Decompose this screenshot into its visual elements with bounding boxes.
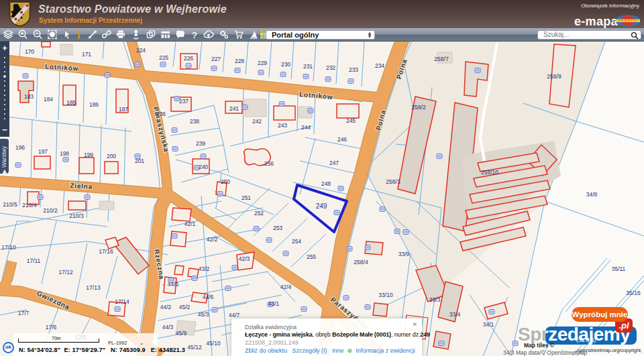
svg-text:258/7: 258/7 [434,56,449,62]
svg-text:227: 227 [211,56,221,62]
svg-text:33/3: 33/3 [429,296,441,303]
svg-text:250: 250 [221,178,230,185]
svg-text:42/3: 42/3 [239,255,250,262]
svg-text:45/3: 45/3 [198,311,209,318]
svg-text:199: 199 [84,152,93,158]
svg-text:247: 247 [329,160,339,166]
svg-text:34/1: 34/1 [483,321,494,328]
svg-text:17/7: 17/7 [18,310,30,316]
svg-text:238: 238 [190,118,199,125]
svg-text:17/16: 17/16 [99,248,113,255]
svg-text:244: 244 [301,124,311,131]
svg-text:198: 198 [60,150,69,157]
svg-text:200: 200 [107,153,116,160]
svg-text:230: 230 [281,61,290,68]
svg-text:210/3: 210/3 [69,213,84,219]
svg-text:17/11: 17/11 [27,257,41,264]
svg-text:242: 242 [252,118,262,125]
svg-text:45/10: 45/10 [206,340,221,347]
svg-text:42/4: 42/4 [280,284,292,290]
svg-text:231: 231 [303,63,313,70]
svg-text:241: 241 [229,105,239,112]
svg-text:43/1: 43/1 [268,300,280,307]
svg-text:224: 224 [136,47,146,54]
svg-text:240: 240 [199,164,208,170]
svg-text:Zielna: Zielna [70,182,93,190]
svg-text:249: 249 [316,202,327,210]
svg-text:186: 186 [89,101,99,108]
svg-text:44/3: 44/3 [162,324,174,331]
svg-text:229: 229 [258,60,267,66]
svg-text:210/4: 210/4 [22,202,37,209]
svg-text:45/9: 45/9 [176,330,187,337]
svg-text:256: 256 [264,160,274,167]
svg-text:252: 252 [254,210,264,217]
svg-text:33/9: 33/9 [398,251,410,257]
svg-text:183: 183 [24,93,34,100]
svg-text:239: 239 [196,140,205,147]
svg-text:197: 197 [38,148,48,155]
svg-text:44/6: 44/6 [203,294,214,300]
svg-text:196: 196 [15,144,25,151]
svg-text:43/2: 43/2 [199,265,210,272]
svg-text:258/2: 258/2 [411,104,426,111]
svg-text:210/2: 210/2 [43,207,58,214]
svg-text:210/5: 210/5 [3,201,17,208]
svg-text:44/5: 44/5 [168,281,179,288]
svg-text:33/4: 33/4 [449,311,461,318]
svg-text:225: 225 [159,54,168,61]
svg-text:42/1: 42/1 [184,221,196,227]
svg-text:258/3: 258/3 [386,178,400,185]
svg-text:45/12: 45/12 [187,344,202,351]
svg-text:258/10: 258/10 [481,169,498,176]
svg-text:245: 245 [346,117,356,124]
svg-text:17/6: 17/6 [46,324,57,331]
svg-text:44/7: 44/7 [229,312,240,318]
svg-text:253: 253 [273,225,282,231]
svg-text:33/10: 33/10 [378,292,393,298]
svg-text:35/11: 35/11 [612,265,626,272]
svg-text:17/10: 17/10 [1,244,16,251]
svg-text:254: 254 [292,238,301,245]
svg-text:255: 255 [307,253,316,260]
svg-text:185: 185 [66,99,76,106]
svg-text:237: 237 [179,98,189,105]
svg-text:42/2: 42/2 [207,236,218,243]
svg-text:170: 170 [25,48,34,55]
svg-text:232: 232 [326,64,335,71]
svg-text:44/2: 44/2 [160,304,172,310]
svg-text:17/13: 17/13 [86,284,101,291]
svg-text:258/4: 258/4 [354,259,368,265]
svg-text:17/12: 17/12 [58,269,73,276]
svg-text:246: 246 [337,136,347,143]
svg-text:234: 234 [375,62,384,69]
svg-text:?: ? [192,30,197,40]
svg-text:35/16: 35/16 [626,290,641,296]
svg-text:251: 251 [241,194,251,201]
svg-text:34/8: 34/8 [586,191,598,198]
svg-text:17/14: 17/14 [115,298,129,305]
svg-text:226: 226 [184,55,193,62]
svg-text:187: 187 [119,106,128,113]
svg-text:243: 243 [278,122,287,129]
svg-text:233: 233 [349,66,358,73]
svg-text:184: 184 [44,96,53,103]
svg-text:228: 228 [235,58,244,64]
svg-text:236: 236 [156,111,166,117]
svg-text:258/9: 258/9 [547,73,561,80]
svg-text:45/2: 45/2 [179,304,191,310]
svg-text:248: 248 [321,180,331,187]
svg-text:171: 171 [82,51,91,58]
svg-text:201: 201 [135,158,144,164]
